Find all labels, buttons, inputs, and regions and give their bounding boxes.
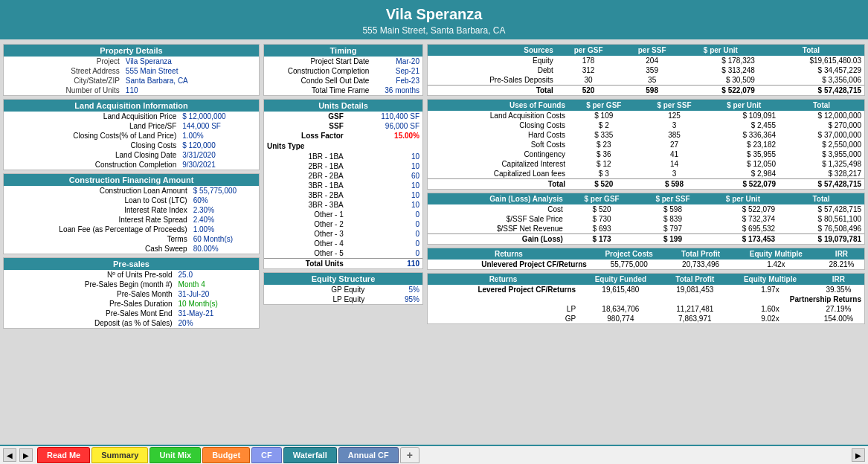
land-acquisition-section: Land Acquisition Information Land Acquis…: [3, 99, 260, 170]
units-type-header-row: Units Type: [264, 141, 422, 152]
table-row: Number of Units110: [4, 86, 259, 95]
table-row: Total Time Frame36 months: [264, 86, 422, 95]
levered-returns-row: Levered Project CF/Returns19,615,48019,0…: [428, 285, 864, 294]
table-row: Construction CompletionSep-21: [264, 66, 422, 76]
table-row: 3BR - 1BA10: [264, 181, 422, 190]
gain-loss-section: Gain (Loss) Analysis $ per GSF $ per SSF…: [427, 193, 865, 245]
equity-structure-section: Equity Structure GP Equity5% LP Equity95…: [263, 272, 423, 305]
tab-annual-cf[interactable]: Annual CF: [338, 447, 399, 463]
table-row: Land Acquisition Costs$ 109125$ 109,091$…: [428, 111, 864, 120]
table-row: 1BR - 1BA10: [264, 152, 422, 161]
returns-unlevered-section: Returns Project Costs Total Profit Equit…: [427, 248, 865, 270]
table-row: Project Start DateMar-20: [264, 57, 422, 66]
scroll-right-icon[interactable]: ▶: [852, 448, 865, 462]
table-row: Pre-Sales Deposits3035$ 30,509$ 3,356,00…: [428, 75, 864, 86]
unlevered-returns-row: Unlevered Project CF/Returns55,775,00020…: [428, 260, 864, 269]
units-details-header: Units Details: [264, 100, 422, 112]
table-row: Other - 40: [264, 239, 422, 248]
table-row: Capitalized Interest$ 1214$ 12,050$ 1,32…: [428, 159, 864, 169]
table-row: Soft Costs$ 2327$ 23,182$ 2,550,000: [428, 140, 864, 149]
tab-budget[interactable]: Budget: [202, 447, 250, 463]
table-row: Pre-Sales Month31-Jul-20: [4, 289, 259, 299]
total-units-row: Total Units110: [264, 259, 422, 269]
table-row: Pre-Sales Duration10 Month(s): [4, 299, 259, 309]
tab-readme[interactable]: Read Me: [37, 447, 90, 463]
table-row: GSF110,400 SF: [264, 112, 422, 121]
gp-returns-row: GP980,7747,863,9719.02x154.00%: [428, 314, 864, 323]
uses-section: Uses of Founds $ per GSF $ per SSF $ per…: [427, 99, 865, 190]
pre-sales-section: Pre-sales Nº of Units Pre-sold25.0 Pre-S…: [3, 257, 260, 329]
table-row: City/State/ZIPSanta Barbara, CA: [4, 76, 259, 86]
table-row: 3BR - 3BA10: [264, 200, 422, 210]
table-row: Deposit (as % of Sales)20%: [4, 318, 259, 328]
table-row: $/SSF Net Revenue$ 693$ 797$ 695,532$ 76…: [428, 224, 864, 234]
table-row: Hard Costs$ 335385$ 336,364$ 37,000,000: [428, 130, 864, 140]
tab-cf[interactable]: CF: [251, 447, 282, 463]
table-row: Nº of Units Pre-sold25.0: [4, 270, 259, 280]
construction-financing-section: Construction Financing Amount Constructi…: [3, 173, 260, 254]
tab-summary[interactable]: Summary: [91, 447, 148, 463]
pre-sales-header: Pre-sales: [4, 258, 259, 270]
land-acquisition-header: Land Acquisition Information: [4, 100, 259, 112]
table-row: Land Price/SF144,000 SF: [4, 121, 259, 131]
table-row: Capitalized Loan fees$ 33$ 2,984$ 328,21…: [428, 169, 864, 179]
construction-financing-header: Construction Financing Amount: [4, 174, 259, 186]
gain-loss-row: Gain (Loss)$ 173$ 199$ 173,453$ 19,079,7…: [428, 234, 864, 245]
table-row: Construction Completion9/30/2021: [4, 160, 259, 170]
lp-returns-row: LP18,634,70611,217,4811.60x27.19%: [428, 304, 864, 314]
table-row: Debt312359$ 313,248$ 34,457,229: [428, 65, 864, 75]
sources-total-row: Total520598$ 522,079$ 57,428,715: [428, 86, 864, 96]
table-row: Pre-Sales Begin (month #)Month 4: [4, 280, 259, 289]
table-row: 2BR - 1BA10: [264, 161, 422, 171]
tab-navigate-left[interactable]: ◀: [3, 448, 16, 462]
timing-header: Timing: [264, 45, 422, 57]
app-subtitle: 555 Main Street, Santa Barbara, CA: [0, 25, 868, 36]
table-row: Loan to Cost (LTC)60%: [4, 196, 259, 205]
table-row: ProjectVila Speranza: [4, 57, 259, 66]
table-row: Street Address555 Main Street: [4, 66, 259, 76]
table-row: $/SSF Sale Price$ 730$ 839$ 732,374$ 80,…: [428, 214, 864, 224]
equity-structure-header: Equity Structure: [264, 273, 422, 285]
table-row: Cash Sweep80.00%: [4, 244, 259, 254]
returns-levered-section: Returns Equity Funded Total Profit Equit…: [427, 273, 865, 324]
table-row: Terms60 Month(s): [4, 234, 259, 244]
table-row: Contingency$ 3641$ 35,955$ 3,955,000: [428, 149, 864, 159]
table-row: Interest Rate Index2.30%: [4, 205, 259, 215]
app-title: Vila Speranza: [0, 6, 868, 23]
table-row: Land Closing Date3/31/2020: [4, 150, 259, 160]
timing-section: Timing Project Start DateMar-20 Construc…: [263, 44, 423, 96]
table-row: 2BR - 2BA60: [264, 171, 422, 181]
table-row: Condo Sell Out DateFeb-23: [264, 76, 422, 86]
table-row: Equity178204$ 178,323$19,615,480.03: [428, 56, 864, 65]
table-row: Other - 10: [264, 210, 422, 219]
property-details-section: Property Details ProjectVila Speranza St…: [3, 44, 260, 96]
units-details-section: Units Details GSF110,400 SF SSF96,000 SF…: [263, 99, 423, 269]
tab-waterfall[interactable]: Waterfall: [283, 447, 337, 463]
table-row: Construction Loan Amount$ 55,775,000: [4, 186, 259, 196]
table-row: Closing Costs(% of Land Price)1.00%: [4, 131, 259, 141]
table-row: SSF96,000 SF: [264, 121, 422, 131]
table-row: 3BR - 2BA10: [264, 190, 422, 200]
table-row: Closing Costs$ 120,000: [4, 141, 259, 150]
uses-total-row: Total$ 520$ 598$ 522,079$ 57,428,715: [428, 179, 864, 190]
table-row: Closing Costs$ 23$ 2,455$ 270,000: [428, 120, 864, 130]
tab-navigate-right[interactable]: ▶: [19, 448, 33, 462]
table-row: Loss Factor15.00%: [264, 131, 422, 141]
tab-add[interactable]: +: [400, 447, 419, 463]
table-row: Other - 30: [264, 229, 422, 239]
table-row: Other - 20: [264, 219, 422, 229]
table-row: Interest Rate Spread2.40%: [4, 215, 259, 225]
table-row: Other - 50: [264, 248, 422, 259]
table-row: Cost$ 520$ 598$ 522,079$ 57,428,715: [428, 204, 864, 214]
app-header: Vila Speranza 555 Main Street, Santa Bar…: [0, 0, 868, 39]
tabs-bar: ◀ ▶ Read Me Summary Unit Mix Budget CF W…: [0, 445, 868, 464]
table-row: LP Equity95%: [264, 294, 422, 304]
table-row: GP Equity5%: [264, 285, 422, 294]
table-row: Loan Fee (as Percentage of Proceeds)1.00…: [4, 225, 259, 234]
table-row: Land Acquisition Price$ 12,000,000: [4, 112, 259, 121]
property-details-header: Property Details: [4, 45, 259, 57]
table-row: Pre-Sales Mont End31-May-21: [4, 309, 259, 318]
partnership-returns-row: Partnership Returns: [428, 294, 864, 304]
sources-section: Sources per GSF per SSF $ per Unit Total…: [427, 44, 865, 96]
tab-unit-mix[interactable]: Unit Mix: [150, 447, 201, 463]
